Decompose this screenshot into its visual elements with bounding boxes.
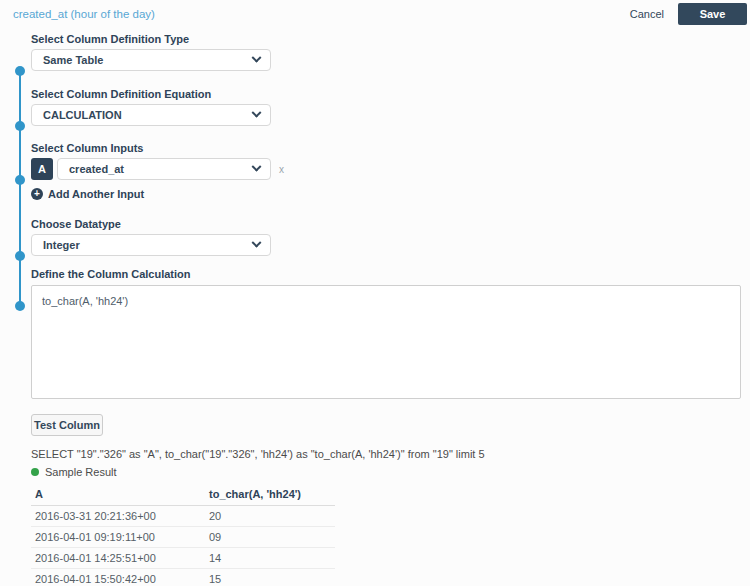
stepper-dot-column-inputs [15, 175, 25, 185]
column-input-select[interactable]: created_at [57, 158, 271, 180]
stepper-rail-line [19, 71, 21, 306]
table-row: 2016-04-01 09:19:11+00 09 [31, 527, 335, 548]
cell-hour: 15 [205, 569, 335, 586]
success-dot-icon [31, 468, 39, 476]
table-row: 2016-03-31 20:21:36+00 20 [31, 506, 335, 527]
column-definition-form: Select Column Definition Type Same Table… [0, 33, 750, 586]
column-input-value: created_at [69, 163, 124, 175]
cell-timestamp: 2016-04-01 09:19:11+00 [31, 527, 205, 548]
input-badge: A [31, 158, 53, 180]
sample-result-status: Sample Result [31, 466, 750, 478]
datatype-value: Integer [43, 239, 80, 251]
stepper-dot-definition-equation [15, 121, 25, 131]
cell-hour: 20 [205, 506, 335, 527]
remove-input-icon[interactable]: x [279, 164, 284, 175]
column-header-tochar: to_char(A, 'hh24') [205, 484, 335, 506]
datatype-label: Choose Datatype [31, 218, 750, 230]
calculation-input[interactable]: to_char(A, 'hh24') [31, 285, 741, 399]
table-row: 2016-04-01 15:50:42+00 15 [31, 569, 335, 586]
column-header-a: A [31, 484, 205, 506]
cell-hour: 09 [205, 527, 335, 548]
definition-equation-select[interactable]: CALCULATION [31, 104, 271, 126]
sample-result-label: Sample Result [45, 466, 117, 478]
datatype-select[interactable]: Integer [31, 234, 271, 256]
test-column-button[interactable]: Test Column [31, 414, 103, 436]
definition-type-select[interactable]: Same Table [31, 49, 271, 71]
cell-timestamp: 2016-04-01 14:25:51+00 [31, 548, 205, 569]
chevron-down-icon [252, 52, 262, 62]
chevron-down-icon [252, 161, 262, 171]
chevron-down-icon [252, 237, 262, 247]
save-button[interactable]: Save [678, 3, 747, 25]
definition-type-label: Select Column Definition Type [31, 33, 750, 45]
chevron-down-icon [252, 107, 262, 117]
table-header-row: A to_char(A, 'hh24') [31, 484, 335, 506]
cancel-button[interactable]: Cancel [630, 8, 664, 20]
sample-result-table: A to_char(A, 'hh24') 2016-03-31 20:21:36… [31, 484, 335, 586]
plus-icon [31, 188, 43, 200]
stepper-dot-datatype [15, 251, 25, 261]
definition-type-value: Same Table [43, 54, 103, 66]
generated-sql-text: SELECT "19"."326" as "A", to_char("19"."… [31, 448, 750, 460]
add-another-input-label: Add Another Input [48, 188, 144, 200]
calculation-label: Define the Column Calculation [31, 268, 750, 280]
table-row: 2016-04-01 14:25:51+00 14 [31, 548, 335, 569]
add-another-input-button[interactable]: Add Another Input [31, 188, 750, 200]
column-input-row: A created_at x [31, 158, 750, 180]
stepper-dot-calculation [15, 301, 25, 311]
definition-equation-label: Select Column Definition Equation [31, 88, 750, 100]
page-title: created_at (hour of the day) [13, 8, 155, 20]
definition-equation-value: CALCULATION [43, 109, 122, 121]
column-inputs-label: Select Column Inputs [31, 142, 750, 154]
cell-hour: 14 [205, 548, 335, 569]
header: created_at (hour of the day) Cancel Save [0, 0, 750, 28]
stepper-dot-definition-type [15, 66, 25, 76]
cell-timestamp: 2016-03-31 20:21:36+00 [31, 506, 205, 527]
cell-timestamp: 2016-04-01 15:50:42+00 [31, 569, 205, 586]
